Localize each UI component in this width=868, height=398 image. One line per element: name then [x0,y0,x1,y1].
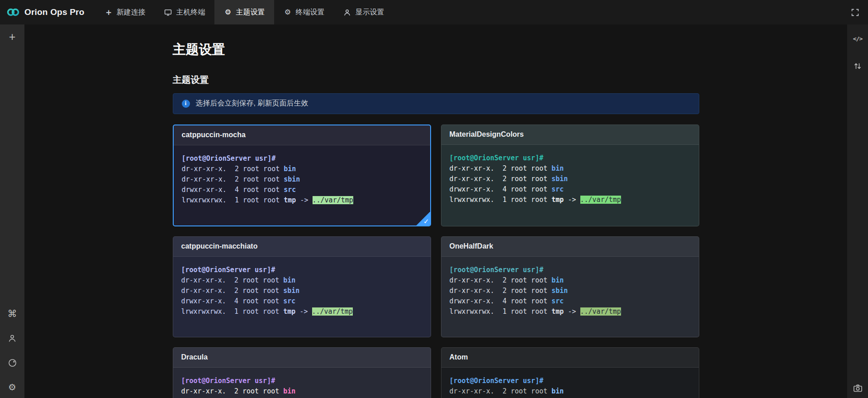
theme-card-header: catppuccin-mocha [174,125,430,145]
nav-item-label: 终端设置 [295,8,324,17]
sort-icon [854,62,862,70]
terminal-line: dr-xr-xr-x. 2 root root bin [450,386,691,397]
terminal-preview: [root@OrionServer usr]#dr-xr-xr-x. 2 roo… [182,153,422,206]
theme-card-header: Atom [441,348,699,368]
terminal-prompt-line: [root@OrionServer usr]# [450,265,691,275]
terminal-prompt-line: [root@OrionServer usr]# [181,376,422,386]
palette-icon [8,358,17,368]
terminal-prompt-line: [root@OrionServer usr]# [181,265,422,275]
nav-item-label: 新建连接 [116,8,145,17]
terminal-line: dr-xr-xr-x. 2 root root sbin [450,174,691,184]
theme-card[interactable]: Dracula [root@OrionServer usr]#dr-xr-xr-… [173,347,431,398]
terminal-line: drwxr-xr-x. 4 root root src [450,184,691,195]
plus-icon: + [9,30,16,43]
screenshot-button[interactable] [851,382,864,394]
terminal-line: dr-xr-xr-x. 2 root root sbin [182,174,422,185]
terminal-preview: [root@OrionServer usr]#dr-xr-xr-x. 2 roo… [181,265,422,317]
gear-icon: ⚙ [224,9,232,16]
theme-card-header: MaterialDesignColors [441,125,699,145]
nav-item-display-settings[interactable]: 显示设置 [334,0,394,24]
info-icon: i [182,100,190,108]
page-title: 主题设置 [173,42,699,58]
add-tab-button[interactable]: + [6,30,19,43]
theme-card-body: [root@OrionServer usr]#dr-xr-xr-x. 2 roo… [441,257,699,337]
gear-icon: ⚙ [284,9,291,16]
section-title: 主题设置 [173,74,699,86]
gear-icon: ⚙ [8,383,16,392]
app-window: Orion Ops Pro ＋ 新建连接 主机终端 ⚙ 主题设置 ⚙ 终端设置 [0,0,868,398]
theme-card[interactable]: catppuccin-macchiato [root@OrionServer u… [173,236,431,337]
terminal-line: lrwxrwxrwx. 1 root root tmp -> ../var/tm… [450,195,691,205]
theme-card[interactable]: MaterialDesignColors [root@OrionServer u… [441,125,699,226]
terminal-line: drwxr-xr-x. 4 root root src [181,296,422,307]
fullscreen-button[interactable] [842,0,868,24]
terminal-line: lrwxrwxrwx. 1 root root tmp -> ../var/tm… [181,307,422,317]
terminal-line: lrwxrwxrwx. 1 root root tmp -> ../var/tm… [450,307,691,317]
terminal-line: dr-xr-xr-x. 2 root root bin [450,163,691,174]
theme-card-header: Dracula [173,348,431,368]
theme-card[interactable]: OneHalfDark [root@OrionServer usr]#dr-xr… [441,236,699,337]
info-alert-text: 选择后会立刻保存, 刷新页面后生效 [196,99,308,108]
theme-name: OneHalfDark [450,242,493,250]
theme-card-body: [root@OrionServer usr]#dr-xr-xr-x. 2 roo… [441,368,699,398]
plus-icon: ＋ [104,8,112,16]
nav-item-theme-settings[interactable]: ⚙ 主题设置 [214,0,274,24]
nav-item-label: 主机终端 [176,8,205,17]
terminal-icon [164,9,172,16]
navbar-spacer [394,0,842,24]
theme-card-header: OneHalfDark [441,237,699,257]
app-title: Orion Ops Pro [24,7,84,17]
terminal-line: dr-xr-xr-x. 2 root root bin [182,164,422,174]
command-icon: ⌘ [8,309,17,319]
theme-card-body: [root@OrionServer usr]#dr-xr-xr-x. 2 roo… [174,145,430,225]
nav-item-new-connection[interactable]: ＋ 新建连接 [95,0,155,24]
main-content: 主题设置 主题设置 i 选择后会立刻保存, 刷新页面后生效 catppuccin… [24,24,847,398]
nav-item-host-terminal[interactable]: 主机终端 [155,0,214,24]
info-alert: i 选择后会立刻保存, 刷新页面后生效 [173,93,699,114]
code-icon: </> [853,35,862,42]
right-sidebar: </> [847,24,868,398]
theme-name: catppuccin-mocha [182,131,246,139]
terminal-line: dr-xr-xr-x. 2 root root sbin [181,286,422,296]
user-icon [343,9,351,16]
nav-item-terminal-settings[interactable]: ⚙ 终端设置 [274,0,334,24]
terminal-line: dr-xr-xr-x. 2 root root bin [181,275,422,286]
theme-grid: catppuccin-mocha [root@OrionServer usr]#… [173,125,699,398]
fullscreen-icon [851,9,859,16]
shortcut-button[interactable]: ⌘ [6,307,19,320]
terminal-line: drwxr-xr-x. 4 root root src [450,296,691,307]
left-sidebar: + ⌘ ⚙ [0,24,24,398]
camera-icon [853,384,863,393]
theme-card-header: catppuccin-macchiato [173,237,431,257]
terminal-prompt-line: [root@OrionServer usr]# [450,153,691,163]
theme-name: Dracula [181,353,208,361]
theme-card[interactable]: Atom [root@OrionServer usr]#dr-xr-xr-x. … [441,347,699,398]
theme-button[interactable] [6,356,19,369]
theme-name: MaterialDesignColors [450,130,524,139]
settings-button[interactable]: ⚙ [6,381,19,393]
left-sidebar-bottom: ⌘ ⚙ [6,307,19,393]
nav-menu: ＋ 新建连接 主机终端 ⚙ 主题设置 ⚙ 终端设置 显示设置 [95,0,394,24]
user-icon [8,334,17,343]
terminal-prompt-line: [root@OrionServer usr]# [450,376,691,386]
brand: Orion Ops Pro [0,0,95,24]
nav-item-label: 主题设置 [236,8,265,17]
terminal-preview: [root@OrionServer usr]#dr-xr-xr-x. 2 roo… [181,376,422,398]
terminal-preview: [root@OrionServer usr]#dr-xr-xr-x. 2 roo… [450,265,691,317]
theme-name: catppuccin-macchiato [181,242,258,250]
terminal-preview: [root@OrionServer usr]#dr-xr-xr-x. 2 roo… [450,376,691,398]
terminal-line: drwxr-xr-x. 4 root root src [182,185,422,195]
main-row: + ⌘ ⚙ [0,24,868,398]
user-button[interactable] [6,332,19,345]
terminal-line: dr-xr-xr-x. 2 root root sbin [450,286,691,296]
top-navbar: Orion Ops Pro ＋ 新建连接 主机终端 ⚙ 主题设置 ⚙ 终端设置 [0,0,868,24]
theme-card[interactable]: catppuccin-mocha [root@OrionServer usr]#… [173,125,431,226]
theme-card-body: [root@OrionServer usr]#dr-xr-xr-x. 2 roo… [173,368,431,398]
sort-button[interactable] [851,60,864,72]
nav-item-label: 显示设置 [355,8,384,17]
code-view-button[interactable]: </> [851,32,864,45]
settings-container: 主题设置 主题设置 i 选择后会立刻保存, 刷新页面后生效 catppuccin… [173,24,699,398]
theme-card-body: [root@OrionServer usr]#dr-xr-xr-x. 2 roo… [173,257,431,337]
terminal-line: lrwxrwxrwx. 1 root root tmp -> ../var/tm… [182,195,422,206]
theme-name: Atom [450,353,468,361]
